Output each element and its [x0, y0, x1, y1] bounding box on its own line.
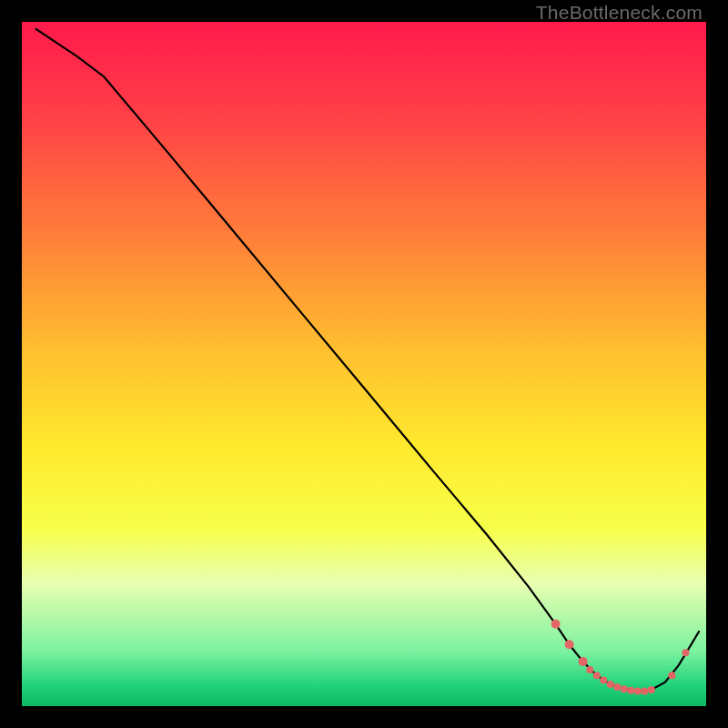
marker-dot — [607, 681, 614, 688]
marker-dot — [668, 672, 675, 679]
marker-dot — [641, 688, 648, 695]
marker-dot — [579, 657, 588, 666]
marker-dot — [621, 685, 628, 693]
marker-dot — [565, 640, 574, 649]
marker-dot — [593, 672, 601, 679]
marker-dot — [634, 688, 642, 695]
marker-dot — [586, 666, 593, 673]
marker-dot — [613, 683, 621, 691]
watermark-text: TheBottleneck.com — [536, 2, 703, 24]
plot-frame — [22, 22, 706, 706]
marker-dot — [600, 676, 607, 683]
bottleneck-chart — [22, 22, 706, 706]
marker-dot — [627, 687, 634, 694]
marker-dot — [551, 620, 561, 629]
marker-dot — [682, 649, 689, 656]
gradient-background — [22, 22, 706, 706]
marker-dot — [648, 686, 655, 693]
